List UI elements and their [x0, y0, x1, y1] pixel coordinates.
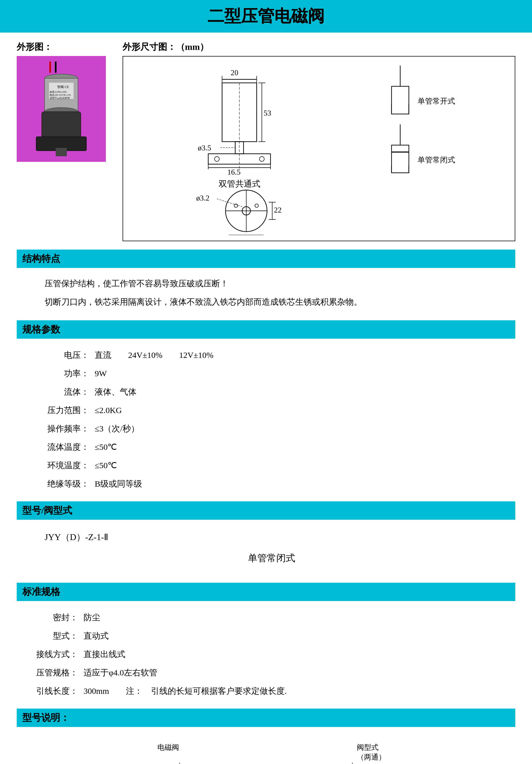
- std-label-wiring: 接线方式：: [33, 645, 84, 664]
- model-top-label-1: 电磁阀: [157, 743, 179, 762]
- spec-row-voltage: 电压： 直流 24V±10% 12V±10%: [33, 346, 499, 364]
- std-value-type: 直动式: [84, 627, 499, 645]
- std-row-wiring: 接线方式： 直接出线式: [33, 645, 499, 664]
- svg-text:ø3.5: ø3.5: [198, 144, 211, 152]
- model-top-label-2: 阀型式（两通）: [357, 743, 386, 762]
- standard-spec-content: 密封： 防尘 型式： 直动式 接线方式： 直接出线式 压管规格： 适应于φ4.0…: [17, 606, 515, 703]
- spec-label-insulation: 绝缘等级：: [33, 475, 95, 493]
- svg-rect-10: [42, 112, 81, 139]
- std-label-lead: 引线长度：: [33, 682, 84, 700]
- valve-illustration: 管阀 CE 改装:6.0W±10% 电压:DC12V/H ±1% 适用于φ4左右…: [22, 62, 100, 156]
- svg-text:电压:DC12V/H ±1%: 电压:DC12V/H ±1%: [50, 94, 71, 96]
- spec-label-pressure: 压力范围：: [33, 401, 95, 420]
- dimension-svg: 20 53 ø3.5: [129, 62, 509, 235]
- spec-row-fluid: 流体： 液体、气体: [33, 383, 499, 401]
- photo-label: 外形图：: [17, 41, 106, 53]
- svg-text:单管常闭式: 单管常闭式: [418, 156, 455, 164]
- spec-label-power: 功率：: [33, 364, 95, 383]
- photo-column: 外形图： 管阀 CE 改装:6.0W±10% 电压:DC12V/H ±1%: [17, 41, 106, 241]
- svg-text:双管共通式: 双管共通式: [219, 179, 261, 188]
- spec-row-insulation: 绝缘等级： B级或同等级: [33, 475, 499, 493]
- std-value-wiring: 直接出线式: [84, 645, 499, 664]
- svg-text:适用于φ4左右软管: 适用于φ4左右软管: [50, 96, 70, 99]
- svg-point-28: [215, 156, 219, 161]
- model-explanation-header: 型号说明：: [17, 708, 515, 727]
- spec-row-pressure: 压力范围： ≤2.0KG: [33, 401, 499, 420]
- diagram-label: 外形尺寸图：（mm）: [122, 41, 515, 53]
- svg-rect-56: [392, 145, 409, 173]
- svg-text:改装:6.0W±10%: 改装:6.0W±10%: [50, 91, 67, 93]
- std-value-lead: 300mm 注： 引线的长短可根据客户要求定做长度.: [84, 682, 499, 700]
- std-row-type: 型式： 直动式: [33, 627, 499, 645]
- svg-text:ø3.2: ø3.2: [196, 194, 210, 202]
- structure-line-2: 切断刀口内，铁芯采用隔离设计，液体不致流入铁芯内部而造成铁芯生锈或积累杂物。: [45, 293, 499, 310]
- spec-row-fluid-temp: 流体温度： ≤50℃: [33, 438, 499, 456]
- model-arrows-svg: [157, 763, 408, 764]
- svg-text:16.5: 16.5: [227, 168, 241, 176]
- structure-line-1: 压管保护结构，使工作管不容易导致压破或压断！: [45, 275, 499, 292]
- spec-value-fluid-temp: ≤50℃: [95, 438, 499, 456]
- svg-text:22: 22: [274, 206, 281, 214]
- spec-label-voltage: 电压：: [33, 346, 95, 364]
- svg-text:管阀 CE: 管阀 CE: [57, 85, 69, 89]
- standard-spec-header: 标准规格: [17, 583, 515, 601]
- spec-value-insulation: B级或同等级: [95, 475, 499, 493]
- std-row-seal: 密封： 防尘: [33, 608, 499, 627]
- spec-value-voltage: 直流 24V±10% 12V±10%: [95, 346, 499, 364]
- std-value-tube: 适应于φ4.0左右软管: [84, 664, 499, 682]
- spec-row-env-temp: 环境温度： ≤50℃: [33, 456, 499, 475]
- svg-text:53: 53: [264, 109, 271, 117]
- svg-point-39: [234, 204, 238, 207]
- spec-label-fluid-temp: 流体温度：: [33, 438, 95, 456]
- spec-row-freq: 操作频率： ≤3（次/秒）: [33, 420, 499, 438]
- svg-point-40: [255, 204, 258, 207]
- svg-text:20: 20: [231, 69, 238, 77]
- spec-value-freq: ≤3（次/秒）: [95, 420, 499, 438]
- model-explanation-content: 电磁阀 阀型式（两通） JYY（D）－Z－2－Ⅱ: [17, 731, 515, 764]
- spec-value-pressure: ≤2.0KG: [95, 401, 499, 420]
- svg-rect-12: [56, 148, 67, 156]
- model-number: JYY（D）-Z-1-Ⅱ: [45, 528, 499, 546]
- top-section: 外形图： 管阀 CE 改装:6.0W±10% 电压:DC12V/H ±1%: [17, 41, 515, 241]
- specs-content: 电压： 直流 24V±10% 12V±10% 功率： 9W 流体： 液体、气体 …: [17, 343, 515, 496]
- product-photo: 管阀 CE 改装:6.0W±10% 电压:DC12V/H ±1% 适用于φ4左右…: [17, 56, 106, 162]
- svg-line-42: [217, 199, 242, 207]
- std-label-seal: 密封：: [33, 608, 84, 627]
- specs-header: 规格参数: [17, 320, 515, 339]
- std-label-tube: 压管规格：: [33, 664, 84, 682]
- svg-text:单管常开式: 单管常开式: [418, 97, 455, 105]
- structure-features-header: 结构特点: [17, 250, 515, 268]
- spec-value-fluid: 液体、气体: [95, 383, 499, 401]
- spec-value-env-temp: ≤50℃: [95, 456, 499, 475]
- model-diagram: 电磁阀 阀型式（两通） JYY（D）－Z－2－Ⅱ: [33, 737, 499, 764]
- model-type-content: JYY（D）-Z-1-Ⅱ 单管常闭式: [17, 524, 515, 572]
- model-type-header: 型号/阀型式: [17, 501, 515, 520]
- spec-label-env-temp: 环境温度：: [33, 456, 95, 475]
- model-desc: 单管常闭式: [45, 549, 499, 568]
- svg-text:28: 28: [239, 234, 246, 235]
- std-label-type: 型式：: [33, 627, 84, 645]
- title-bar: 二型压管电磁阀: [0, 0, 532, 33]
- spec-row-power: 功率： 9W: [33, 364, 499, 383]
- structure-features-content: 压管保护结构，使工作管不容易导致压破或压断！ 切断刀口内，铁芯采用隔离设计，液体…: [17, 273, 515, 315]
- diagram-column: 外形尺寸图：（mm） 20: [122, 41, 515, 241]
- std-row-tube: 压管规格： 适应于φ4.0左右软管: [33, 664, 499, 682]
- std-value-seal: 防尘: [84, 608, 499, 627]
- svg-rect-51: [392, 86, 409, 114]
- svg-point-29: [259, 156, 264, 161]
- std-row-lead: 引线长度： 300mm 注： 引线的长短可根据客户要求定做长度.: [33, 682, 499, 700]
- dimension-diagram-box: 20 53 ø3.5: [122, 56, 515, 241]
- spec-value-power: 9W: [95, 364, 499, 383]
- spec-label-freq: 操作频率：: [33, 420, 95, 438]
- spec-label-fluid: 流体：: [33, 383, 95, 401]
- page-title: 二型压管电磁阀: [0, 5, 532, 28]
